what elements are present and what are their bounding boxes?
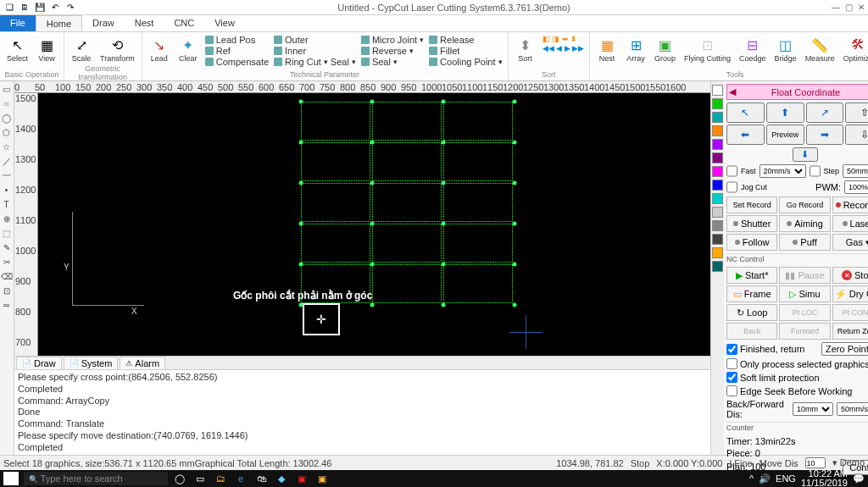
drycut-button[interactable]: ⚡Dry Cut — [832, 285, 868, 302]
lang-indicator[interactable]: ENG — [776, 473, 796, 484]
preview-button[interactable]: Preview — [766, 125, 804, 145]
tool-icon[interactable]: • — [0, 184, 13, 196]
forward-button[interactable]: Forward — [779, 323, 830, 340]
cortana-icon[interactable]: ◯ — [173, 472, 186, 485]
layer-swatch[interactable] — [712, 98, 723, 109]
layer-swatch[interactable] — [712, 166, 723, 177]
tab-cnc[interactable]: CNC — [164, 15, 204, 31]
jog-z-up[interactable]: ⇧ — [845, 102, 868, 123]
layer-swatch[interactable] — [712, 247, 723, 258]
tool-icon[interactable]: T — [0, 198, 13, 211]
sort-button[interactable]: ⬍Sort — [512, 34, 539, 64]
frame-button[interactable]: ▭Frame — [726, 285, 777, 302]
pwm-select[interactable]: 100% — [844, 180, 868, 194]
returnzero-button[interactable]: Return Zero — [832, 323, 868, 340]
tool-icon[interactable]: ▭ — [0, 83, 13, 96]
jog-up-left[interactable]: ↖ — [726, 102, 765, 123]
maximize-icon[interactable]: ▢ — [845, 3, 853, 12]
select-button[interactable]: ↖Select — [3, 34, 31, 64]
tool-icon[interactable]: ⬚ — [0, 227, 13, 240]
back-button[interactable]: Back — [726, 323, 777, 340]
pause-button[interactable]: ▮▮Pause — [779, 267, 830, 284]
loop-button[interactable]: ↻Loop — [726, 304, 777, 321]
layer-swatch[interactable] — [712, 152, 723, 163]
tool-icon[interactable]: ⌫ — [0, 270, 13, 283]
store-icon[interactable]: 🛍 — [254, 472, 268, 485]
float-coord-header[interactable]: ◀Float Coordinate▾ — [726, 84, 868, 100]
movedis-input[interactable] — [805, 457, 826, 468]
bfdist-select[interactable]: 10mm — [793, 402, 833, 416]
sort-row[interactable]: ◧ ◨ ⬌ ⬍ — [542, 35, 585, 43]
tool-icon[interactable]: ○ — [0, 97, 13, 110]
stop-button[interactable]: ✕Stop — [832, 267, 868, 284]
sort-row[interactable]: ◀◀ ◀ ▶ ▶▶ — [542, 44, 585, 53]
tray-icon[interactable]: ^ — [749, 473, 754, 484]
minimize-icon[interactable]: — — [832, 3, 840, 12]
finished-check[interactable] — [726, 344, 737, 355]
qa-icon[interactable]: ❑ — [3, 2, 15, 14]
transform-button[interactable]: ⟲Transform — [97, 34, 138, 64]
lead-button[interactable]: ↘Lead — [146, 34, 173, 64]
layer-swatch[interactable] — [712, 207, 723, 218]
tab-draw[interactable]: Draw — [82, 15, 125, 31]
outer-item[interactable]: Outer — [274, 35, 356, 45]
jog-up[interactable]: ⬆ — [766, 102, 804, 123]
jog-right[interactable]: ➡ — [806, 125, 844, 145]
qa-icon[interactable]: 💾 — [34, 2, 46, 14]
start-button[interactable] — [3, 472, 19, 485]
nest-button[interactable]: ▦Nest — [593, 34, 620, 64]
scale-button[interactable]: ⤢Scale — [68, 34, 95, 64]
reverse-item[interactable]: Reverse ▾ — [361, 46, 424, 56]
jog-down[interactable]: ⬇ — [793, 147, 818, 162]
step-select[interactable]: 50mm — [843, 164, 868, 178]
edgeseek-check[interactable] — [726, 385, 737, 396]
jogcut-check[interactable] — [726, 180, 737, 194]
layer-swatch[interactable] — [712, 220, 723, 231]
edge-icon[interactable]: e — [234, 472, 248, 485]
seal-item[interactable]: Seal ▾ — [361, 57, 424, 67]
laser-button[interactable]: Laser — [832, 215, 868, 232]
tool-icon[interactable]: ／ — [0, 155, 13, 168]
layer-swatch[interactable] — [712, 139, 723, 150]
search-input[interactable]: 🔍 Type here to search — [24, 472, 168, 485]
layer-swatch[interactable] — [712, 125, 723, 136]
jog-up-right[interactable]: ↗ — [806, 102, 844, 123]
step-check[interactable] — [810, 164, 821, 178]
fast-check[interactable] — [726, 164, 737, 178]
volume-icon[interactable]: 🔊 — [759, 473, 771, 484]
gas-button[interactable]: Gas ▾ — [832, 234, 868, 251]
compensate-item[interactable]: Compensate — [205, 57, 269, 67]
cooling-item[interactable]: Cooling Point ▾ — [429, 57, 502, 67]
tab-alarm[interactable]: ⚠Alarm — [120, 357, 165, 369]
jog-left[interactable]: ⬅ — [726, 125, 765, 145]
bfspeed-select[interactable]: 50mm/s — [837, 402, 868, 416]
fast-select[interactable]: 20mm/s — [760, 164, 806, 178]
shutter-button[interactable]: Shutter — [726, 215, 777, 232]
canvas[interactable]: Y X Gốc phôi cắt phải nằm ở góc ✛ — [38, 93, 710, 356]
measure-button[interactable]: 📏Measure — [802, 34, 838, 64]
start-button[interactable]: ▶Start* — [726, 267, 777, 284]
group-button[interactable]: ▣Group — [651, 34, 679, 64]
ptcont-button[interactable]: Pt CONT — [832, 304, 868, 321]
release-item[interactable]: Release — [429, 35, 502, 45]
layer-swatch[interactable] — [712, 193, 723, 204]
tab-file[interactable]: File — [0, 15, 36, 31]
record-button[interactable]: Record▾ — [832, 196, 868, 213]
jog-z-down[interactable]: ⇩ — [845, 125, 868, 145]
leadpos-item[interactable]: Lead Pos — [205, 35, 269, 45]
tool-icon[interactable]: ☆ — [0, 141, 13, 153]
fillet-item[interactable]: Fillet — [429, 46, 502, 56]
softlimit-check[interactable] — [726, 372, 737, 383]
close-icon[interactable]: ✕ — [858, 3, 865, 12]
layer-swatch[interactable] — [712, 261, 723, 272]
taskview-icon[interactable]: ▭ — [193, 472, 207, 485]
layer-swatch[interactable] — [712, 85, 723, 96]
tool-icon[interactable]: ⊡ — [0, 285, 13, 297]
setrecord-button[interactable]: Set Record — [726, 196, 777, 213]
clear-button[interactable]: ✦Clear — [175, 34, 202, 64]
qa-icon[interactable]: ↷ — [64, 2, 76, 14]
inner-item[interactable]: Inner — [274, 46, 356, 56]
notification-icon[interactable]: 💬 — [853, 473, 865, 484]
tool-icon[interactable]: ◯ — [0, 112, 13, 125]
ptloc-button[interactable]: Pt LOC — [779, 304, 830, 321]
